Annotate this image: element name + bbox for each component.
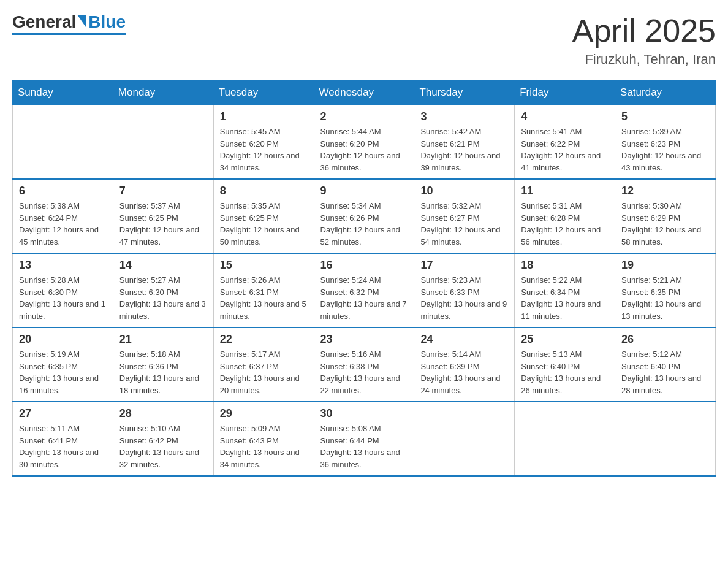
day-number: 27 — [19, 407, 107, 420]
calendar-cell: 12Sunrise: 5:30 AMSunset: 6:29 PMDayligh… — [615, 179, 716, 253]
calendar-cell: 8Sunrise: 5:35 AMSunset: 6:25 PMDaylight… — [213, 179, 314, 253]
day-number: 1 — [220, 110, 308, 123]
day-number: 3 — [420, 110, 508, 123]
day-of-week-header: Wednesday — [314, 80, 414, 105]
calendar-cell: 4Sunrise: 5:41 AMSunset: 6:22 PMDaylight… — [515, 105, 615, 180]
calendar-week-row: 6Sunrise: 5:38 AMSunset: 6:24 PMDaylight… — [13, 179, 716, 253]
day-number: 16 — [320, 259, 408, 272]
day-number: 4 — [521, 110, 609, 123]
logo-underline — [12, 33, 126, 35]
day-info: Sunrise: 5:18 AMSunset: 6:36 PMDaylight:… — [119, 348, 207, 396]
day-info: Sunrise: 5:34 AMSunset: 6:26 PMDaylight:… — [320, 200, 408, 248]
day-number: 29 — [220, 407, 308, 420]
day-number: 11 — [521, 185, 609, 197]
calendar-cell: 23Sunrise: 5:16 AMSunset: 6:38 PMDayligh… — [314, 327, 414, 402]
day-number: 18 — [521, 259, 609, 272]
day-info: Sunrise: 5:14 AMSunset: 6:39 PMDaylight:… — [420, 348, 508, 396]
calendar-cell: 1Sunrise: 5:45 AMSunset: 6:20 PMDaylight… — [213, 105, 314, 180]
day-info: Sunrise: 5:21 AMSunset: 6:35 PMDaylight:… — [621, 274, 709, 322]
day-info: Sunrise: 5:42 AMSunset: 6:21 PMDaylight:… — [420, 126, 508, 174]
logo-triangle-icon — [77, 15, 86, 27]
calendar-cell: 3Sunrise: 5:42 AMSunset: 6:21 PMDaylight… — [414, 105, 515, 180]
day-info: Sunrise: 5:41 AMSunset: 6:22 PMDaylight:… — [521, 126, 609, 174]
day-number: 30 — [320, 407, 408, 420]
calendar-cell: 15Sunrise: 5:26 AMSunset: 6:31 PMDayligh… — [213, 253, 314, 327]
calendar-cell — [615, 402, 716, 476]
day-of-week-header: Thursday — [414, 80, 515, 105]
day-number: 7 — [119, 185, 207, 197]
calendar-cell: 2Sunrise: 5:44 AMSunset: 6:20 PMDaylight… — [314, 105, 414, 180]
calendar-cell: 6Sunrise: 5:38 AMSunset: 6:24 PMDaylight… — [13, 179, 113, 253]
calendar-cell: 20Sunrise: 5:19 AMSunset: 6:35 PMDayligh… — [13, 327, 113, 402]
title-section: April 2025 Firuzkuh, Tehran, Iran — [572, 12, 716, 67]
calendar-cell: 21Sunrise: 5:18 AMSunset: 6:36 PMDayligh… — [113, 327, 213, 402]
calendar-cell: 11Sunrise: 5:31 AMSunset: 6:28 PMDayligh… — [515, 179, 615, 253]
day-number: 17 — [420, 259, 508, 272]
calendar-cell: 17Sunrise: 5:23 AMSunset: 6:33 PMDayligh… — [414, 253, 515, 327]
calendar-cell: 19Sunrise: 5:21 AMSunset: 6:35 PMDayligh… — [615, 253, 716, 327]
day-number: 15 — [220, 259, 308, 272]
calendar-cell: 5Sunrise: 5:39 AMSunset: 6:23 PMDaylight… — [615, 105, 716, 180]
calendar-week-row: 13Sunrise: 5:28 AMSunset: 6:30 PMDayligh… — [13, 253, 716, 327]
day-info: Sunrise: 5:19 AMSunset: 6:35 PMDaylight:… — [19, 348, 107, 396]
location-title: Firuzkuh, Tehran, Iran — [572, 52, 716, 67]
day-info: Sunrise: 5:35 AMSunset: 6:25 PMDaylight:… — [220, 200, 308, 248]
day-info: Sunrise: 5:31 AMSunset: 6:28 PMDaylight:… — [521, 200, 609, 248]
logo-blue-text: Blue — [88, 12, 126, 32]
calendar-table: SundayMondayTuesdayWednesdayThursdayFrid… — [12, 80, 716, 477]
day-info: Sunrise: 5:28 AMSunset: 6:30 PMDaylight:… — [19, 274, 107, 322]
day-of-week-header: Tuesday — [213, 80, 314, 105]
day-number: 10 — [420, 185, 508, 197]
day-info: Sunrise: 5:08 AMSunset: 6:44 PMDaylight:… — [320, 423, 408, 470]
day-number: 21 — [119, 333, 207, 346]
day-number: 23 — [320, 333, 408, 346]
calendar-week-row: 1Sunrise: 5:45 AMSunset: 6:20 PMDaylight… — [13, 105, 716, 180]
day-info: Sunrise: 5:11 AMSunset: 6:41 PMDaylight:… — [19, 423, 107, 470]
day-number: 5 — [621, 110, 709, 123]
day-number: 22 — [220, 333, 308, 346]
calendar-cell — [515, 402, 615, 476]
day-info: Sunrise: 5:44 AMSunset: 6:20 PMDaylight:… — [320, 126, 408, 174]
logo-general-text: General — [12, 12, 76, 32]
day-info: Sunrise: 5:13 AMSunset: 6:40 PMDaylight:… — [521, 348, 609, 396]
calendar-cell: 27Sunrise: 5:11 AMSunset: 6:41 PMDayligh… — [13, 402, 113, 476]
calendar-week-row: 20Sunrise: 5:19 AMSunset: 6:35 PMDayligh… — [13, 327, 716, 402]
calendar-cell: 9Sunrise: 5:34 AMSunset: 6:26 PMDaylight… — [314, 179, 414, 253]
day-number: 26 — [621, 333, 709, 346]
calendar-header-row: SundayMondayTuesdayWednesdayThursdayFrid… — [13, 80, 716, 105]
calendar-cell: 18Sunrise: 5:22 AMSunset: 6:34 PMDayligh… — [515, 253, 615, 327]
day-of-week-header: Monday — [113, 80, 213, 105]
calendar-cell: 28Sunrise: 5:10 AMSunset: 6:42 PMDayligh… — [113, 402, 213, 476]
calendar-cell: 22Sunrise: 5:17 AMSunset: 6:37 PMDayligh… — [213, 327, 314, 402]
day-info: Sunrise: 5:10 AMSunset: 6:42 PMDaylight:… — [119, 423, 207, 470]
day-info: Sunrise: 5:24 AMSunset: 6:32 PMDaylight:… — [320, 274, 408, 322]
calendar-cell: 29Sunrise: 5:09 AMSunset: 6:43 PMDayligh… — [213, 402, 314, 476]
day-info: Sunrise: 5:38 AMSunset: 6:24 PMDaylight:… — [19, 200, 107, 248]
day-info: Sunrise: 5:16 AMSunset: 6:38 PMDaylight:… — [320, 348, 408, 396]
day-number: 6 — [19, 185, 107, 197]
day-number: 9 — [320, 185, 408, 197]
day-info: Sunrise: 5:32 AMSunset: 6:27 PMDaylight:… — [420, 200, 508, 248]
calendar-cell — [414, 402, 515, 476]
calendar-cell: 10Sunrise: 5:32 AMSunset: 6:27 PMDayligh… — [414, 179, 515, 253]
calendar-cell: 16Sunrise: 5:24 AMSunset: 6:32 PMDayligh… — [314, 253, 414, 327]
calendar-cell: 14Sunrise: 5:27 AMSunset: 6:30 PMDayligh… — [113, 253, 213, 327]
day-info: Sunrise: 5:23 AMSunset: 6:33 PMDaylight:… — [420, 274, 508, 322]
day-number: 19 — [621, 259, 709, 272]
day-number: 25 — [521, 333, 609, 346]
calendar-cell: 13Sunrise: 5:28 AMSunset: 6:30 PMDayligh… — [13, 253, 113, 327]
day-number: 24 — [420, 333, 508, 346]
day-of-week-header: Sunday — [13, 80, 113, 105]
calendar-cell: 30Sunrise: 5:08 AMSunset: 6:44 PMDayligh… — [314, 402, 414, 476]
day-info: Sunrise: 5:37 AMSunset: 6:25 PMDaylight:… — [119, 200, 207, 248]
calendar-week-row: 27Sunrise: 5:11 AMSunset: 6:41 PMDayligh… — [13, 402, 716, 476]
calendar-cell — [113, 105, 213, 180]
month-title: April 2025 — [572, 12, 716, 49]
day-info: Sunrise: 5:27 AMSunset: 6:30 PMDaylight:… — [119, 274, 207, 322]
calendar-cell: 25Sunrise: 5:13 AMSunset: 6:40 PMDayligh… — [515, 327, 615, 402]
logo: General Blue — [12, 12, 126, 35]
day-info: Sunrise: 5:09 AMSunset: 6:43 PMDaylight:… — [220, 423, 308, 470]
day-info: Sunrise: 5:22 AMSunset: 6:34 PMDaylight:… — [521, 274, 609, 322]
day-info: Sunrise: 5:39 AMSunset: 6:23 PMDaylight:… — [621, 126, 709, 174]
day-number: 12 — [621, 185, 709, 197]
